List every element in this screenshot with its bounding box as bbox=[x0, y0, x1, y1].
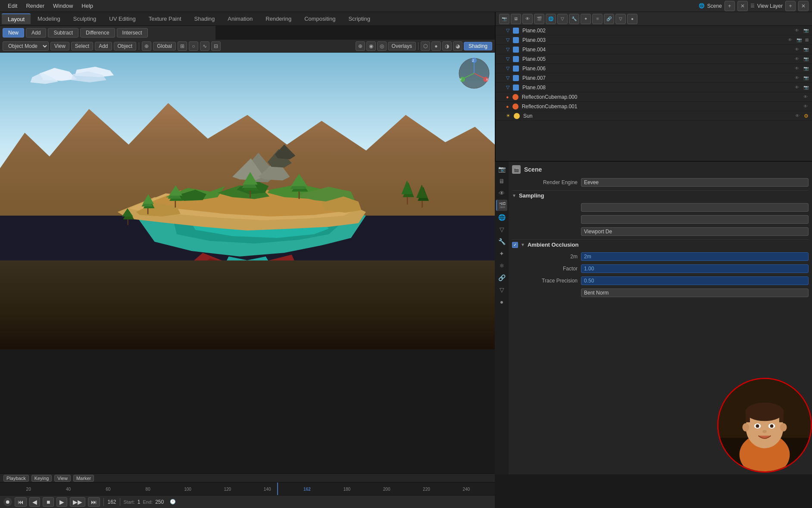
tab-layout[interactable]: Layout bbox=[2, 13, 31, 24]
prop-view-icon[interactable]: 👁 bbox=[522, 14, 533, 24]
prop-physics-icon[interactable]: ⚛ bbox=[592, 14, 603, 24]
bent-normals-value[interactable]: Bent Norm bbox=[581, 288, 809, 297]
gizmo-icon[interactable]: ⊕ bbox=[356, 41, 365, 51]
ops-intersect-btn[interactable]: Intersect bbox=[117, 28, 148, 38]
start-value[interactable]: 1 bbox=[137, 499, 141, 505]
plane007-cam[interactable]: 📷 bbox=[803, 75, 809, 80]
plane004-cam[interactable]: 📷 bbox=[803, 47, 809, 52]
scene-add-btn[interactable]: + bbox=[725, 1, 735, 11]
prop-render-icon[interactable]: 📷 bbox=[499, 14, 509, 24]
plane007-eye[interactable]: 👁 bbox=[794, 75, 800, 81]
play-btn[interactable]: ▶ bbox=[56, 497, 67, 507]
xray-icon[interactable]: ◎ bbox=[377, 41, 387, 51]
outliner-item-sun[interactable]: ☀ Sun 👁 ⚙ bbox=[496, 111, 812, 121]
material-prop-icon[interactable]: ● bbox=[496, 296, 507, 307]
playback-start-btn[interactable]: ⏺ bbox=[3, 498, 12, 506]
warp-icon[interactable]: ∿ bbox=[200, 41, 209, 51]
distance-value[interactable]: 2m bbox=[581, 252, 809, 261]
tab-shading[interactable]: Shading bbox=[188, 14, 221, 24]
scene-remove-btn[interactable]: ✕ bbox=[737, 1, 748, 11]
end-value[interactable]: 250 bbox=[155, 499, 164, 505]
pivot-icon[interactable]: ⊕ bbox=[142, 41, 151, 51]
wireframe-shading[interactable]: ⬡ bbox=[421, 41, 430, 51]
snap-icon[interactable]: ⊞ bbox=[178, 41, 187, 51]
material-shading[interactable]: ◑ bbox=[442, 41, 452, 51]
tab-scripting[interactable]: Scripting bbox=[342, 14, 376, 24]
plane003-eye[interactable]: 👁 bbox=[787, 37, 793, 43]
reflcube000-eye[interactable]: 👁 bbox=[803, 94, 809, 100]
outliner-item-plane004[interactable]: ▽ Plane.004 👁 📷 bbox=[496, 45, 812, 54]
sun-eye[interactable]: 👁 bbox=[794, 113, 800, 119]
tab-modeling[interactable]: Modeling bbox=[31, 14, 66, 24]
modifier-prop-icon[interactable]: 🔧 bbox=[496, 236, 507, 247]
outliner-item-plane002[interactable]: ▽ Plane.002 👁 📷 bbox=[496, 26, 812, 35]
object-btn[interactable]: Object bbox=[114, 42, 137, 50]
trace-precision-value[interactable]: 0.50 bbox=[581, 276, 809, 285]
ambient-occlusion-section[interactable]: ✓ ▼ Ambient Occlusion bbox=[512, 239, 809, 250]
shading-btn[interactable]: Shading bbox=[464, 42, 492, 50]
rendered-shading[interactable]: ◕ bbox=[453, 41, 462, 51]
tab-texture-paint[interactable]: Texture Paint bbox=[143, 14, 187, 24]
plane003-cam[interactable]: 📷 bbox=[796, 38, 802, 42]
prop-world-icon[interactable]: 🌐 bbox=[546, 14, 556, 24]
view-prop-icon[interactable]: 👁 bbox=[496, 188, 507, 199]
menu-edit[interactable]: Edit bbox=[3, 2, 22, 10]
viewlayer-remove-btn[interactable]: ✕ bbox=[798, 1, 809, 11]
prop-object-icon[interactable]: ▽ bbox=[557, 14, 568, 24]
ops-subtract-btn[interactable]: Subtract bbox=[48, 28, 78, 38]
prop-constraint-icon[interactable]: 🔗 bbox=[604, 14, 614, 24]
tab-rendering[interactable]: Rendering bbox=[259, 14, 297, 24]
tab-animation[interactable]: Animation bbox=[222, 14, 259, 24]
tab-sculpting[interactable]: Sculpting bbox=[67, 14, 102, 24]
jump-end-btn[interactable]: ⏭ bbox=[88, 497, 100, 507]
plane008-eye[interactable]: 👁 bbox=[794, 85, 800, 91]
solid-shading[interactable]: ● bbox=[431, 41, 441, 51]
overlay-icon[interactable]: ◉ bbox=[366, 41, 376, 51]
sampling-section[interactable]: ▼ Sampling bbox=[512, 190, 809, 201]
outliner-item-plane007[interactable]: ▽ Plane.007 👁 📷 bbox=[496, 73, 812, 83]
timeline-keying-btn[interactable]: Keying bbox=[31, 475, 52, 482]
proportional-icon[interactable]: ○ bbox=[189, 41, 198, 51]
jump-start-btn[interactable]: ⏮ bbox=[15, 497, 27, 507]
view-btn[interactable]: View bbox=[50, 42, 69, 50]
prop-scene-icon[interactable]: 🎬 bbox=[534, 14, 544, 24]
render-samples-value[interactable] bbox=[581, 215, 809, 224]
outliner-item-plane008[interactable]: ▽ Plane.008 👁 📷 bbox=[496, 83, 812, 92]
world-prop-icon[interactable]: 🌐 bbox=[496, 212, 507, 223]
prop-output-icon[interactable]: 🖥 bbox=[511, 14, 521, 24]
object-mode-select[interactable]: Object Mode Edit Mode Sculpt Mode bbox=[3, 41, 49, 51]
render-prop-icon[interactable]: 📷 bbox=[496, 163, 507, 175]
ops-difference-btn[interactable]: Difference bbox=[80, 28, 115, 38]
outliner-item-plane005[interactable]: ▽ Plane.005 👁 📷 bbox=[496, 54, 812, 64]
plane005-eye[interactable]: 👁 bbox=[794, 56, 800, 62]
global-btn[interactable]: Global bbox=[153, 42, 176, 50]
outliner-item-reflcube001[interactable]: ● ReflectionCubemap.001 👁 bbox=[496, 102, 812, 111]
sun-settings[interactable]: ⚙ bbox=[804, 113, 809, 119]
constraint-prop-icon[interactable]: 🔗 bbox=[496, 272, 507, 283]
plane006-eye[interactable]: 👁 bbox=[794, 66, 800, 72]
viewlayer-add-btn[interactable]: + bbox=[785, 1, 796, 11]
mirror-icon[interactable]: ⊟ bbox=[211, 41, 221, 51]
reflcube001-eye[interactable]: 👁 bbox=[803, 103, 809, 110]
plane004-eye[interactable]: 👁 bbox=[794, 47, 800, 53]
overlays-btn[interactable]: Overlays bbox=[388, 42, 416, 50]
plane005-cam[interactable]: 📷 bbox=[803, 56, 809, 61]
plane002-cam[interactable]: 📷 bbox=[803, 28, 809, 33]
render-engine-value[interactable]: Eevee bbox=[581, 178, 809, 187]
stop-btn[interactable]: ■ bbox=[43, 497, 54, 507]
plane002-eye[interactable]: 👁 bbox=[794, 28, 800, 34]
prop-modifier-icon[interactable]: 🔧 bbox=[569, 14, 579, 24]
physics-prop-icon[interactable]: ⚛ bbox=[496, 260, 507, 271]
viewport-gizmo[interactable]: Z X Y bbox=[457, 56, 491, 91]
timeline-view-btn[interactable]: View bbox=[54, 475, 71, 482]
ambient-occlusion-checkbox[interactable]: ✓ bbox=[512, 242, 518, 248]
add-btn[interactable]: Add bbox=[95, 42, 112, 50]
menu-window[interactable]: Window bbox=[49, 2, 77, 10]
output-prop-icon[interactable]: 🖥 bbox=[496, 176, 507, 187]
particle-prop-icon[interactable]: ✦ bbox=[496, 248, 507, 259]
viewport-samples-value[interactable] bbox=[581, 203, 809, 212]
outliner-item-plane003[interactable]: ▽ Plane.003 👁 📷 ⊞ bbox=[496, 35, 812, 45]
ops-new-btn[interactable]: New bbox=[3, 28, 24, 38]
timeline-playhead[interactable] bbox=[277, 483, 278, 495]
tab-uv-editing[interactable]: UV Editing bbox=[103, 14, 141, 24]
